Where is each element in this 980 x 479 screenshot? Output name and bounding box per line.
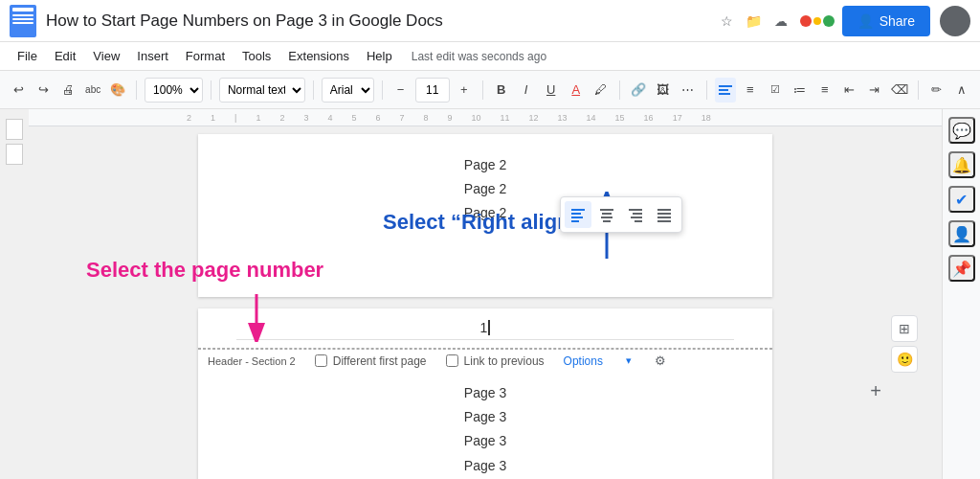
checklist-button[interactable]: ☑ <box>765 78 786 103</box>
user-avatar[interactable] <box>940 6 970 36</box>
align-center-button[interactable] <box>593 201 620 228</box>
meet-button[interactable] <box>800 15 835 27</box>
left-sidebar <box>0 109 29 479</box>
arrow-down-svg <box>237 294 276 342</box>
svg-rect-11 <box>629 209 642 211</box>
bullet-list-button[interactable]: ≡ <box>814 78 835 103</box>
style-select[interactable]: Normal text <box>219 78 305 103</box>
font-size-input[interactable] <box>415 78 450 103</box>
folder-icon[interactable]: 📁 <box>745 11 764 31</box>
svg-rect-4 <box>571 213 581 215</box>
comments-panel-button[interactable]: 💬 <box>948 117 975 144</box>
zoom-select[interactable]: 100% <box>145 78 203 103</box>
cloud-icon[interactable]: ☁ <box>771 11 791 31</box>
share-button[interactable]: 👤 Share <box>842 6 930 36</box>
menu-bar: File Edit View Insert Format Tools Exten… <box>0 42 980 71</box>
link-button[interactable]: 🔗 <box>628 78 649 103</box>
collapse-toolbar-button[interactable]: ∧ <box>951 78 972 103</box>
title-bar: How to Start Page Numbers on Page 3 in G… <box>0 0 980 42</box>
svg-rect-13 <box>631 217 642 218</box>
clear-format-button[interactable]: ⌫ <box>889 78 910 103</box>
more-button[interactable]: ⋯ <box>678 78 699 103</box>
svg-rect-17 <box>657 217 671 218</box>
italic-button[interactable]: I <box>516 78 537 103</box>
different-first-group: Different first page <box>315 354 427 368</box>
toolbar-divider-8 <box>918 80 919 100</box>
font-select[interactable]: Arial <box>322 78 374 103</box>
page-thumbnail[interactable] <box>6 144 23 165</box>
align-right-button[interactable] <box>622 201 649 228</box>
person-panel-button[interactable]: 👤 <box>948 220 975 247</box>
link-previous-checkbox[interactable] <box>446 354 458 367</box>
menu-insert[interactable]: Insert <box>129 45 176 67</box>
add-content-button[interactable]: + <box>862 377 889 404</box>
text-color-button[interactable]: A <box>566 78 587 103</box>
paint-button[interactable]: 🎨 <box>107 78 128 103</box>
line-spacing-button[interactable]: ≡ <box>740 78 761 103</box>
undo-button[interactable]: ↩ <box>8 78 29 103</box>
emoji-button[interactable]: 🙂 <box>891 346 918 373</box>
svg-rect-3 <box>571 209 585 211</box>
toolbar-divider-7 <box>706 80 707 100</box>
menu-tools[interactable]: Tools <box>234 45 278 67</box>
svg-rect-2 <box>719 93 730 95</box>
options-button[interactable]: Options <box>564 354 603 368</box>
menu-view[interactable]: View <box>85 45 127 67</box>
svg-rect-8 <box>602 213 612 215</box>
page-gap <box>48 297 923 308</box>
font-size-increase[interactable]: + <box>454 78 475 103</box>
add-row-button[interactable]: ⊞ <box>891 315 918 342</box>
spellcheck-button[interactable]: abc <box>82 78 103 103</box>
menu-file[interactable]: File <box>10 45 45 67</box>
highlight-button[interactable]: 🖊 <box>590 78 612 103</box>
notifications-button[interactable]: 🔔 <box>948 151 975 178</box>
align-left-button[interactable] <box>565 201 591 228</box>
last-edit-text: Last edit was seconds ago <box>412 50 546 63</box>
svg-rect-7 <box>600 209 613 211</box>
print-button[interactable]: 🖨 <box>57 78 78 103</box>
share-icon: 👤 <box>858 13 874 29</box>
toolbar: ↩ ↪ 🖨 abc 🎨 100% Normal text Arial − + B… <box>0 71 980 109</box>
page-2: 1 Header - Section 2 Different first pag… <box>198 308 772 479</box>
menu-help[interactable]: Help <box>359 45 400 67</box>
svg-rect-14 <box>635 220 642 222</box>
page-line: Page 3 <box>236 381 734 405</box>
svg-rect-15 <box>657 209 671 211</box>
link-previous-group: Link to previous <box>446 354 545 368</box>
right-panel: 💬 🔔 ✔ 👤 📌 <box>942 109 980 479</box>
image-button[interactable]: 🖼 <box>653 78 674 103</box>
redo-button[interactable]: ↪ <box>33 78 54 103</box>
toolbar-divider-6 <box>619 80 620 100</box>
document-title[interactable]: How to Start Page Numbers on Page 3 in G… <box>46 11 718 31</box>
edit-mode-button[interactable]: ✏ <box>926 78 947 103</box>
star-icon[interactable]: ☆ <box>718 11 737 31</box>
ordered-list-button[interactable]: ≔ <box>790 78 811 103</box>
indent-more-button[interactable]: ⇥ <box>864 78 885 103</box>
page-number-display[interactable]: 1 <box>236 316 734 340</box>
svg-rect-18 <box>657 220 671 222</box>
page-2-content: Page 3 Page 3 Page 3 Page 3 Page 3 Page … <box>198 372 772 479</box>
right-align-annotation: Select “Right align” <box>383 210 581 235</box>
different-first-checkbox[interactable] <box>315 354 327 367</box>
svg-rect-16 <box>657 213 671 215</box>
indent-less-button[interactable]: ⇤ <box>839 78 860 103</box>
page-thumbnail[interactable] <box>6 119 23 140</box>
svg-rect-6 <box>571 220 579 222</box>
menu-extensions[interactable]: Extensions <box>280 45 357 67</box>
align-justify-button[interactable] <box>651 201 678 228</box>
svg-rect-10 <box>603 220 611 222</box>
right-align-annotation-text: Select “Right align” <box>383 210 581 234</box>
underline-button[interactable]: U <box>541 78 562 103</box>
header-section-bar: Header - Section 2 Different first page … <box>198 349 772 372</box>
menu-format[interactable]: Format <box>178 45 233 67</box>
header-settings-icon[interactable]: ⚙ <box>655 354 666 368</box>
options-chevron[interactable]: ▾ <box>626 354 632 367</box>
bold-button[interactable]: B <box>491 78 512 103</box>
align-button[interactable] <box>715 78 736 103</box>
toolbar-divider-4 <box>382 80 383 100</box>
font-size-decrease[interactable]: − <box>390 78 412 103</box>
main-area: 2 1 | 1 2 3 4 5 6 7 8 9 10 11 12 13 14 1… <box>0 109 980 479</box>
check-button[interactable]: ✔ <box>948 186 975 213</box>
menu-edit[interactable]: Edit <box>47 45 83 67</box>
location-button[interactable]: 📌 <box>948 255 975 282</box>
